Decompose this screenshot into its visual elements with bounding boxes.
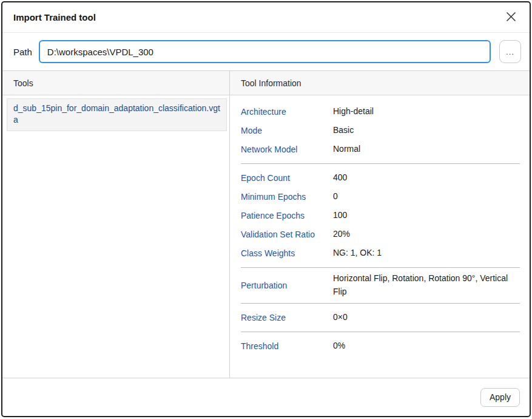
epoch-count-value: 400 — [333, 171, 520, 185]
validation-set-ratio-label: Validation Set Ratio — [241, 230, 333, 239]
info-group-resize: Resize Size 0×0 — [241, 303, 520, 332]
info-row: Minimum Epochs 0 — [241, 187, 520, 206]
tools-panel: Tools d_sub_15pin_for_domain_adaptation_… — [2, 71, 230, 378]
tool-list-item[interactable]: d_sub_15pin_for_domain_adaptation_classi… — [7, 98, 227, 131]
epoch-count-label: Epoch Count — [241, 173, 333, 183]
tool-item-name: d_sub_15pin_for_domain_adaptation_classi… — [13, 103, 220, 124]
tools-panel-header: Tools — [2, 71, 229, 95]
tool-information-panel: Tool Information Architecture High-detai… — [230, 71, 530, 378]
tool-information-header: Tool Information — [230, 71, 530, 95]
patience-epochs-label: Patience Epochs — [241, 211, 333, 220]
patience-epochs-value: 100 — [333, 209, 520, 222]
validation-set-ratio-value: 20% — [333, 228, 520, 241]
close-button[interactable] — [503, 10, 519, 26]
browse-button[interactable]: ... — [499, 40, 521, 63]
info-group-threshold: Threshold 0% — [241, 332, 520, 360]
ellipsis-icon: ... — [506, 48, 514, 56]
tool-information-content: Architecture High-detail Mode Basic Netw… — [230, 95, 530, 378]
network-model-value: Normal — [333, 143, 520, 156]
info-group-architecture: Architecture High-detail Mode Basic Netw… — [241, 98, 520, 163]
tool-information-header-label: Tool Information — [241, 78, 301, 88]
architecture-value: High-detail — [333, 105, 520, 118]
panels-container: Tools d_sub_15pin_for_domain_adaptation_… — [2, 70, 530, 378]
import-trained-tool-dialog: Import Trained tool Path ... Tools — [1, 1, 531, 417]
minimum-epochs-value: 0 — [333, 190, 520, 203]
threshold-label: Threshold — [241, 341, 333, 351]
info-row: Patience Epochs 100 — [241, 206, 520, 225]
tools-header-label: Tools — [13, 78, 33, 88]
info-row: Class Weights NG: 1, OK: 1 — [241, 244, 520, 262]
perturbation-label: Perturbation — [241, 281, 333, 290]
close-icon — [505, 11, 517, 24]
info-row: Network Model Normal — [241, 140, 520, 158]
info-row: Resize Size 0×0 — [241, 308, 520, 327]
tools-list: d_sub_15pin_for_domain_adaptation_classi… — [2, 95, 229, 131]
architecture-label: Architecture — [241, 107, 333, 117]
info-row: Validation Set Ratio 20% — [241, 225, 520, 244]
info-row: Architecture High-detail — [241, 102, 520, 121]
path-label: Path — [13, 47, 32, 57]
mode-value: Basic — [333, 124, 520, 137]
resize-size-value: 0×0 — [333, 311, 520, 324]
dialog-title: Import Trained tool — [13, 12, 96, 22]
info-group-perturbation: Perturbation Horizontal Flip, Rotation, … — [241, 267, 520, 303]
class-weights-value: NG: 1, OK: 1 — [333, 247, 520, 260]
info-row: Threshold 0% — [241, 336, 520, 355]
threshold-value: 0% — [333, 339, 520, 353]
apply-button[interactable]: Apply — [480, 388, 520, 407]
dialog-footer: Apply — [2, 378, 530, 416]
info-row: Mode Basic — [241, 121, 520, 140]
resize-size-label: Resize Size — [241, 313, 333, 322]
minimum-epochs-label: Minimum Epochs — [241, 192, 333, 202]
path-row: Path ... — [2, 33, 530, 70]
perturbation-value: Horizontal Flip, Rotation, Rotation 90°,… — [333, 272, 520, 298]
network-model-label: Network Model — [241, 145, 333, 154]
info-row: Perturbation Horizontal Flip, Rotation, … — [241, 272, 520, 298]
mode-label: Mode — [241, 126, 333, 135]
path-input[interactable] — [39, 40, 491, 63]
dialog-titlebar: Import Trained tool — [2, 2, 530, 33]
info-group-training: Epoch Count 400 Minimum Epochs 0 Patienc… — [241, 163, 520, 267]
info-row: Epoch Count 400 — [241, 168, 520, 187]
class-weights-label: Class Weights — [241, 248, 333, 258]
